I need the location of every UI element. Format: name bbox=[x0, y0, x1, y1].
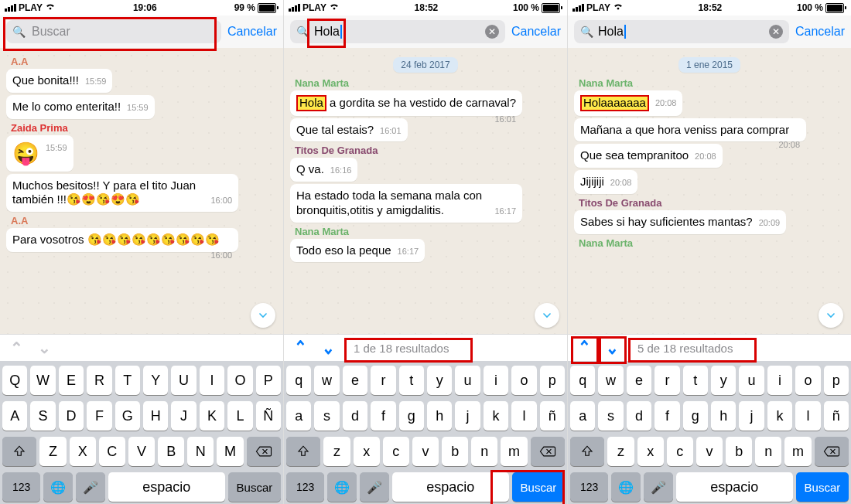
key-a[interactable]: a bbox=[286, 401, 311, 431]
key-I[interactable]: I bbox=[200, 366, 224, 395]
key-g[interactable]: g bbox=[683, 401, 708, 431]
key-Y[interactable]: Y bbox=[143, 366, 168, 395]
message-bubble[interactable]: Jijijiji20:08 bbox=[574, 170, 637, 194]
key-C[interactable]: C bbox=[99, 437, 125, 466]
search-key[interactable]: Buscar bbox=[512, 472, 565, 502]
space-key[interactable]: espacio bbox=[676, 472, 793, 502]
message-bubble[interactable]: Holaaaaaaa20:08 bbox=[574, 90, 682, 116]
key-A[interactable]: A bbox=[2, 401, 27, 431]
search-next-button[interactable]: ⌄ bbox=[320, 337, 337, 359]
key-O[interactable]: O bbox=[227, 366, 252, 395]
key-R[interactable]: R bbox=[87, 366, 111, 395]
key-H[interactable]: H bbox=[143, 401, 168, 431]
emoji-key[interactable]: 🌐 bbox=[43, 472, 73, 502]
key-G[interactable]: G bbox=[115, 401, 140, 431]
message-bubble[interactable]: Que sea tempranitoo20:08 bbox=[574, 144, 723, 168]
key-q[interactable]: q bbox=[286, 366, 311, 395]
key-j[interactable]: j bbox=[739, 401, 764, 431]
message-bubble[interactable]: Muchos besitos!! Y para el tito Juan tam… bbox=[6, 174, 238, 213]
key-g[interactable]: g bbox=[399, 401, 424, 431]
message-bubble[interactable]: Me lo como enterita!!15:59 bbox=[6, 95, 155, 119]
search-field[interactable]: 🔍Hola✕ bbox=[290, 20, 505, 43]
key-d[interactable]: d bbox=[627, 401, 651, 431]
key-r[interactable]: r bbox=[654, 366, 679, 395]
search-input-text[interactable]: Hola bbox=[598, 25, 626, 39]
cancel-button[interactable]: Cancelar bbox=[511, 25, 561, 39]
key-t[interactable]: t bbox=[399, 366, 424, 395]
key-l[interactable]: l bbox=[795, 401, 820, 431]
key-i[interactable]: i bbox=[767, 366, 792, 395]
key-q[interactable]: q bbox=[570, 366, 595, 395]
numbers-key[interactable]: 123 bbox=[570, 472, 608, 502]
key-X[interactable]: X bbox=[70, 437, 96, 466]
search-input[interactable] bbox=[30, 24, 188, 39]
backspace-key[interactable] bbox=[815, 437, 849, 466]
message-bubble[interactable]: Q va.16:16 bbox=[290, 158, 357, 182]
key-i[interactable]: i bbox=[484, 366, 508, 395]
key-B[interactable]: B bbox=[158, 437, 184, 466]
key-Z[interactable]: Z bbox=[39, 437, 66, 466]
key-c[interactable]: c bbox=[667, 437, 693, 466]
key-e[interactable]: e bbox=[343, 366, 367, 395]
key-m[interactable]: m bbox=[784, 437, 811, 466]
key-j[interactable]: j bbox=[455, 401, 480, 431]
shift-key[interactable] bbox=[286, 437, 320, 466]
numbers-key[interactable]: 123 bbox=[286, 472, 324, 502]
key-ñ[interactable]: ñ bbox=[540, 401, 565, 431]
message-bubble[interactable]: Todo eso la peque16:17 bbox=[290, 239, 425, 263]
numbers-key[interactable]: 123 bbox=[2, 472, 40, 502]
key-x[interactable]: x bbox=[637, 437, 664, 466]
search-field[interactable]: 🔍Hola✕ bbox=[574, 20, 789, 43]
key-p[interactable]: p bbox=[540, 366, 565, 395]
key-t[interactable]: t bbox=[683, 366, 708, 395]
space-key[interactable]: espacio bbox=[108, 472, 225, 502]
key-u[interactable]: u bbox=[455, 366, 480, 395]
key-ñ[interactable]: ñ bbox=[824, 401, 849, 431]
key-U[interactable]: U bbox=[171, 366, 196, 395]
message-bubble[interactable]: Que tal estais?16:01 bbox=[290, 118, 408, 142]
scroll-to-bottom-button[interactable] bbox=[819, 303, 843, 328]
key-N[interactable]: N bbox=[187, 437, 214, 466]
emoji-key[interactable]: 🌐 bbox=[611, 472, 641, 502]
key-c[interactable]: c bbox=[383, 437, 409, 466]
key-V[interactable]: V bbox=[128, 437, 155, 466]
key-w[interactable]: w bbox=[598, 366, 623, 395]
scroll-to-bottom-button[interactable] bbox=[535, 303, 559, 328]
key-k[interactable]: k bbox=[484, 401, 508, 431]
shift-key[interactable] bbox=[570, 437, 604, 466]
key-v[interactable]: v bbox=[696, 437, 723, 466]
message-bubble[interactable]: 😜15:59 bbox=[6, 135, 73, 172]
search-next-button[interactable]: ⌄ bbox=[603, 337, 620, 359]
key-F[interactable]: F bbox=[87, 401, 111, 431]
key-v[interactable]: v bbox=[412, 437, 439, 466]
chat-pane[interactable]: 1 ene 2015Nana MartaHolaaaaaaa20:08Mañan… bbox=[568, 48, 851, 334]
chat-pane[interactable]: 24 feb 2017Nana MartaHola a gordita se h… bbox=[284, 48, 567, 334]
cancel-button[interactable]: Cancelar bbox=[795, 25, 845, 39]
message-bubble[interactable]: Ha estado toda la semana mala con bronqu… bbox=[290, 184, 522, 223]
chat-pane[interactable]: A.AQue bonita!!!15:59Me lo como enterita… bbox=[0, 48, 283, 334]
key-W[interactable]: W bbox=[30, 366, 55, 395]
emoji-key[interactable]: 🌐 bbox=[327, 472, 357, 502]
backspace-key[interactable] bbox=[531, 437, 565, 466]
dictation-key[interactable]: 🎤 bbox=[644, 472, 673, 502]
key-S[interactable]: S bbox=[30, 401, 55, 431]
key-z[interactable]: z bbox=[323, 437, 350, 466]
dictation-key[interactable]: 🎤 bbox=[76, 472, 105, 502]
key-k[interactable]: k bbox=[767, 401, 792, 431]
search-prev-button[interactable]: ⌃ bbox=[576, 337, 593, 359]
key-f[interactable]: f bbox=[371, 401, 395, 431]
key-f[interactable]: f bbox=[654, 401, 679, 431]
message-bubble[interactable]: Para vosotros 😘😘😘😘😘😘😘😘😘16:00 bbox=[6, 228, 238, 252]
message-bubble[interactable]: Sabes si hay suficientes mantas?20:09 bbox=[574, 210, 786, 234]
message-bubble[interactable]: Que bonita!!!15:59 bbox=[6, 69, 112, 93]
search-prev-button[interactable]: ⌃ bbox=[292, 337, 309, 359]
key-J[interactable]: J bbox=[171, 401, 196, 431]
key-r[interactable]: r bbox=[371, 366, 395, 395]
key-y[interactable]: y bbox=[427, 366, 452, 395]
key-L[interactable]: L bbox=[227, 401, 252, 431]
key-D[interactable]: D bbox=[59, 401, 84, 431]
key-n[interactable]: n bbox=[471, 437, 497, 466]
key-K[interactable]: K bbox=[200, 401, 224, 431]
search-key[interactable]: Buscar bbox=[228, 472, 281, 502]
backspace-key[interactable] bbox=[247, 437, 281, 466]
